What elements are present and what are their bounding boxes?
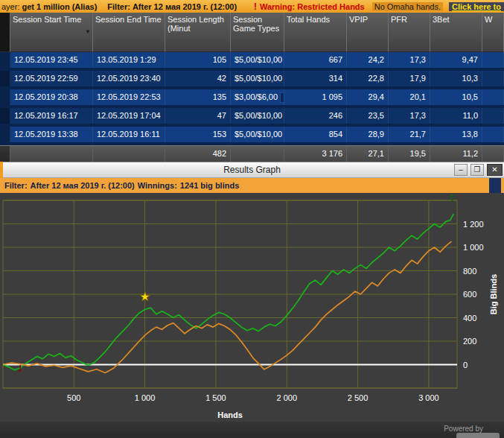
table-cell: $5,00/$10,00 bbox=[231, 108, 284, 124]
table-cell: 28,9 bbox=[347, 127, 389, 142]
svg-text:★: ★ bbox=[139, 290, 150, 304]
graph-footer: Powered by bbox=[0, 422, 504, 438]
column-header[interactable]: Session Length (Minut bbox=[165, 13, 231, 52]
background-window-edge bbox=[0, 162, 3, 178]
summary-cell bbox=[482, 146, 504, 162]
player-label: ayer: bbox=[1, 2, 19, 11]
table-row[interactable]: 12.05.2019 13:3812.05.2019 16:11153$5,00… bbox=[0, 127, 504, 145]
table-cell: 1 095 bbox=[284, 89, 347, 105]
summary-cell bbox=[10, 146, 93, 162]
column-header[interactable]: Session End Time bbox=[93, 13, 165, 52]
table-cell: 24,2 bbox=[347, 52, 389, 68]
table-cell: 12.05.2019 20:38 bbox=[10, 89, 93, 105]
table-cell: 17,3 bbox=[389, 108, 430, 124]
table-cell: 13,8 bbox=[430, 127, 482, 142]
svg-text:1 200: 1 200 bbox=[463, 220, 484, 229]
warning-section: ! Warning: Restricted Hands No Omaha han… bbox=[248, 1, 504, 12]
table-summary-row: 4823 17627,119,511,2 bbox=[0, 145, 504, 162]
warning-link[interactable]: Click here to bbox=[449, 2, 504, 11]
svg-text:500: 500 bbox=[67, 393, 80, 402]
table-cell: 12.05.2019 16:17 bbox=[10, 108, 93, 124]
table-cell: 12.05.2019 16:11 bbox=[93, 127, 165, 142]
table-cell: $5,00/$10,00 bbox=[231, 127, 284, 142]
table-row[interactable]: 12.05.2019 16:1712.05.2019 17:0447$5,00/… bbox=[0, 108, 504, 127]
table-cell: 23,5 bbox=[347, 108, 389, 124]
table-cell: 29,4 bbox=[347, 89, 389, 105]
table-cell bbox=[482, 108, 504, 124]
svg-text:2 500: 2 500 bbox=[348, 393, 369, 402]
minimize-button[interactable]: – bbox=[454, 164, 468, 176]
column-header[interactable]: PFR bbox=[389, 13, 430, 52]
table-cell: 12.05.2019 23:45 bbox=[10, 52, 93, 68]
sort-desc-icon: ▼ bbox=[85, 28, 91, 36]
table-cell bbox=[482, 71, 504, 86]
column-header[interactable]: Session Game Types bbox=[231, 13, 284, 52]
results-graph-chart: 5001 0001 5002 0002 5003 000020040060080… bbox=[0, 193, 504, 422]
column-header[interactable]: VPIP bbox=[347, 13, 389, 52]
summary-cell: 482 bbox=[165, 146, 231, 162]
table-cell: 10,3 bbox=[430, 71, 482, 86]
table-row[interactable]: 12.05.2019 23:4513.05.2019 1:29105$5,00/… bbox=[0, 52, 504, 71]
table-cell: 12.05.2019 17:04 bbox=[93, 108, 165, 124]
session-table-body: 12.05.2019 23:4513.05.2019 1:29105$5,00/… bbox=[0, 52, 504, 145]
graph-winnings-label: Winnings: bbox=[138, 181, 177, 190]
table-cell: 9,47 bbox=[430, 52, 482, 68]
table-cell bbox=[0, 89, 10, 105]
column-header[interactable] bbox=[0, 13, 10, 52]
table-cell bbox=[0, 127, 10, 142]
table-cell: $5,00/$10,00 bbox=[231, 52, 284, 68]
table-header: Session Start Time▼Session End TimeSessi… bbox=[0, 13, 504, 52]
svg-text:200: 200 bbox=[463, 337, 476, 346]
maximize-button[interactable]: ❒ bbox=[470, 164, 484, 176]
results-graph-titlebar[interactable]: Results Graph – ❒ ✕ bbox=[0, 162, 504, 178]
powered-by-label: Powered by bbox=[444, 425, 483, 433]
svg-text:600: 600 bbox=[463, 290, 476, 299]
column-header[interactable]: Session Start Time▼ bbox=[10, 13, 93, 52]
svg-text:↓: ↓ bbox=[17, 361, 23, 374]
table-cell bbox=[482, 127, 504, 142]
graph-filter-label: Filter: bbox=[4, 181, 28, 190]
table-cell: 13.05.2019 1:29 bbox=[93, 52, 165, 68]
table-cell: 11,0 bbox=[430, 108, 482, 124]
table-cell: 17,3 bbox=[389, 52, 430, 68]
graph-winnings-value: 1241 big blinds bbox=[180, 181, 239, 190]
svg-text:3 000: 3 000 bbox=[418, 393, 439, 402]
table-cell: 246 bbox=[284, 108, 347, 124]
summary-cell: 27,1 bbox=[347, 146, 389, 162]
table-cell: 42 bbox=[165, 71, 231, 86]
close-button[interactable]: ✕ bbox=[487, 164, 503, 176]
table-cell: 12.05.2019 13:38 bbox=[10, 127, 93, 142]
summary-cell: 19,5 bbox=[389, 146, 430, 162]
table-cell: 854 bbox=[284, 127, 347, 142]
column-header[interactable]: Total Hands bbox=[284, 13, 347, 52]
summary-cell bbox=[0, 146, 10, 162]
table-cell bbox=[482, 52, 504, 68]
column-header[interactable]: W bbox=[482, 13, 504, 52]
table-row[interactable]: 12.05.2019 22:5912.05.2019 23:4042$5,00/… bbox=[0, 71, 504, 89]
graph-filter-value: After 12 мая 2019 г. (12:00) bbox=[31, 181, 135, 190]
summary-cell: 3 176 bbox=[284, 146, 347, 162]
filter-value[interactable]: After 12 мая 2019 г. (12:00) bbox=[133, 2, 237, 11]
svg-text:1 000: 1 000 bbox=[135, 393, 156, 402]
table-cell: 135 bbox=[165, 89, 231, 105]
table-cell: 47 bbox=[165, 108, 231, 124]
filter-label: Filter: bbox=[107, 2, 130, 11]
graph-filter-bar: Filter: After 12 мая 2019 г. (12:00) Win… bbox=[0, 178, 504, 193]
status-bar: ayer: get 1 million (Alias) Filter: Afte… bbox=[0, 0, 504, 13]
table-cell bbox=[0, 108, 10, 124]
table-cell: 12.05.2019 23:40 bbox=[93, 71, 165, 86]
table-cell: 105 bbox=[165, 52, 231, 68]
table-cell bbox=[482, 89, 504, 105]
results-graph-title: Results Graph bbox=[0, 165, 504, 175]
warning-text: Warning: Restricted Hands bbox=[260, 2, 365, 11]
table-cell: 17,9 bbox=[389, 71, 430, 86]
table-cell: 20,1 bbox=[389, 89, 430, 105]
player-name[interactable]: get 1 million (Alias) bbox=[22, 2, 97, 11]
table-row[interactable]: 12.05.2019 20:3812.05.2019 22:53135$3,00… bbox=[0, 89, 504, 108]
svg-text:↑: ↑ bbox=[449, 193, 455, 203]
table-cell: 21,7 bbox=[389, 127, 430, 142]
column-header[interactable]: 3Bet bbox=[430, 13, 482, 52]
svg-text:0: 0 bbox=[463, 361, 468, 369]
vendor-logo-fragment bbox=[456, 433, 500, 438]
svg-text:Big Blinds: Big Blinds bbox=[489, 274, 498, 314]
